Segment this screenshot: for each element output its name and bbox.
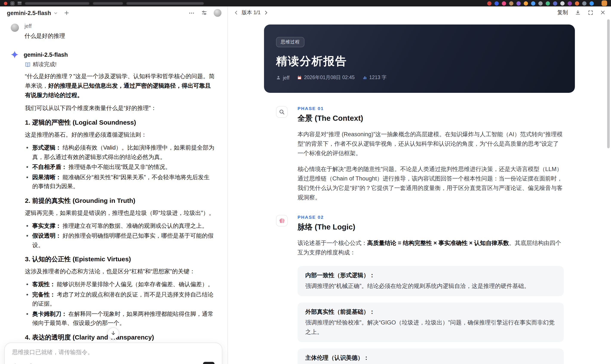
assistant-sections: 1. 逻辑的严密性 (Logical Soundness)这是推理的基石。好的推… — [25, 119, 214, 364]
bullet-item: 不自相矛盾：推理链条中不能出现“既是又非”的情况。 — [25, 162, 214, 172]
card-label: 内部一致性（形式逻辑）： — [305, 271, 556, 280]
extension-icon[interactable] — [546, 1, 550, 5]
assistant-name: gemini-2.5-flash — [24, 51, 68, 58]
more-options-icon[interactable] — [188, 10, 195, 16]
user-message: jeff 什么是好的推理 — [11, 23, 214, 40]
model-switcher[interactable]: gemini-2.5-flash — [7, 10, 58, 16]
close-icon[interactable] — [600, 10, 605, 15]
word-count-meta: 1213 字 — [362, 74, 387, 81]
word-count: 1213 字 — [369, 74, 387, 81]
tools-icon[interactable] — [28, 363, 34, 364]
scrollbar-thumb[interactable] — [607, 19, 610, 148]
bullet-item: 事实支撑：推理建立在可靠的数据、准确的观测或公认的真理之上。 — [25, 221, 214, 230]
section-paragraph: 该论述基于一个核心公式：高质量结论 = 结构完整性 × 事实准确性 × 认知自律… — [298, 238, 564, 257]
report-sections: PHASE 01全景 (The Context)本内容是对“推理 (Reason… — [264, 106, 575, 364]
chat-section-heading: 1. 逻辑的严密性 (Logical Soundness) — [25, 119, 214, 127]
chat-section-heading: 4. 表达的透明度 (Clarity and Transparency) — [25, 333, 214, 341]
chat-message-list[interactable]: jeff 什么是好的推理 — [0, 19, 227, 364]
status-line: 精读完成! — [25, 61, 214, 68]
message-input[interactable]: 思维接口已就绪，请传输指令。 — [12, 349, 214, 356]
chevron-left-icon[interactable] — [234, 10, 239, 15]
bullet-item: 客观性：能够识别并尽量排除个人偏见（如幸存者偏差、确认偏差）。 — [25, 280, 214, 289]
date-meta: 2026年01月08日 02:45 — [297, 74, 355, 81]
bullet-item: 因果清晰：能准确区分“相关性”和“因果关系”，不会轻率地将先后发生的事情归为因果… — [25, 172, 214, 191]
hero-badge: 思维过程 — [276, 37, 305, 47]
bullet-label: 假设透明： — [32, 233, 61, 239]
person-icon — [276, 75, 281, 80]
user-message-text: 什么是好的推理 — [25, 31, 65, 40]
phase-label: PHASE 02 — [298, 214, 575, 220]
extension-icon[interactable] — [568, 1, 572, 5]
formula-prefix: 该论述基于一个核心公式： — [298, 240, 367, 246]
bullet-text: 推理链条中不能出现“既是又非”的情况。 — [68, 164, 171, 170]
extension-icon[interactable] — [531, 1, 535, 5]
report-document[interactable]: 思维过程 精读分析报告 jeff 2 — [228, 18, 611, 364]
grid-icon[interactable] — [11, 1, 14, 5]
extension-icon[interactable] — [589, 1, 594, 5]
chat-section-heading: 3. 认知的公正性 (Epistemic Virtues) — [25, 255, 214, 263]
copy-button[interactable]: 复制 — [557, 9, 568, 16]
artifact-toolbar: 版本 1/1 复制 — [228, 6, 611, 18]
bullet-list: 形式逻辑：结构必须有效（Valid）。比如演绎推理中，如果前提全部为真，那么通过… — [25, 143, 214, 191]
tune-settings-icon[interactable] — [201, 10, 207, 16]
record-dot-icon — [4, 1, 7, 5]
menu-icon[interactable] — [18, 2, 22, 5]
status-text: 精读完成! — [33, 61, 56, 68]
bullet-label: 完备性： — [32, 291, 55, 298]
scroll-to-bottom-button[interactable] — [107, 327, 119, 339]
expand-fullscreen-icon[interactable] — [588, 10, 593, 15]
screen: gemini-2.5-flash — [0, 0, 611, 364]
bar-chart-icon — [362, 75, 367, 80]
extension-icon[interactable] — [516, 1, 521, 5]
dimension-intro: 我们可以从以下四个维度来衡量什么是“好的推理”： — [25, 104, 214, 113]
bullet-label: 奥卡姆剃刀： — [32, 311, 67, 317]
report-section: PHASE 01全景 (The Context)本内容是对“推理 (Reason… — [264, 106, 575, 202]
extension-icon[interactable] — [553, 1, 557, 5]
section-paragraph: 核心情境在于解决“思考的随意性”问题。不论是人类通过批判性思维进行决策，还是大语… — [298, 165, 564, 202]
download-icon[interactable] — [575, 10, 581, 15]
extension-icon[interactable] — [509, 1, 513, 5]
new-chat-button[interactable] — [64, 10, 70, 16]
chat-section-lead: 这是推理的基石。好的推理必须遵循逻辑法则： — [25, 130, 214, 140]
dimension-card: 外部真实性（前提基础）：强调推理的“经验校准”。解决“GIGO（垃圾进，垃圾出）… — [298, 302, 564, 342]
extension-icon-row — [484, 1, 594, 5]
chat-section-lead: 逻辑再完美，如果前提是错误的，推理也是垃圾（即“垃圾进，垃圾出”）。 — [25, 208, 214, 218]
browser-profile-avatar[interactable] — [601, 0, 607, 6]
assistant-intro: “什么是好的推理？”这是一个涉及逻辑学、认知科学和哲学核心的问题。简单来说，好的… — [25, 72, 214, 100]
report-date: 2026年01月08日 02:45 — [304, 74, 355, 81]
dimension-card: 内部一致性（形式逻辑）：强调推理的“机械正确”。结论必须在给定的规则系统内逻辑自… — [298, 266, 564, 296]
phase-label: PHASE 01 — [298, 106, 575, 111]
plus-icon[interactable] — [12, 363, 18, 364]
voice-input-button[interactable] — [203, 362, 214, 364]
report-meta: jeff 2026年01月08日 02:45 121 — [276, 74, 563, 81]
clipboard-icon[interactable] — [43, 363, 49, 364]
system-topbar — [0, 0, 611, 6]
bullet-label: 客观性： — [32, 281, 55, 287]
extension-icon[interactable] — [560, 1, 565, 5]
bullet-text: 推理建立在可靠的数据、准确的观测或公认的真理之上。 — [63, 222, 208, 229]
formula-bold: 高质量结论 = 结构完整性 × 事实准确性 × 认知自律系数 — [367, 240, 509, 246]
extension-icon[interactable] — [487, 1, 491, 5]
chevron-down-icon — [54, 11, 58, 15]
gemini-star-icon — [11, 51, 18, 58]
extension-icon[interactable] — [524, 1, 528, 5]
magnifier-icon — [276, 106, 288, 118]
extension-icon[interactable] — [502, 1, 506, 5]
extension-icon[interactable] — [575, 1, 579, 5]
blurred-tab-title — [25, 2, 89, 4]
bullet-text: 能够识别并尽量排除个人偏见（如幸存者偏差、确认偏差）。 — [57, 281, 213, 287]
bullet-item: 完备性：考虑了对立的观点和潜在的反证，而不是只选择支持自己结论的证据。 — [25, 290, 214, 308]
blurred-tab-title — [93, 2, 123, 4]
bullet-text: 考虑了对立的观点和潜在的反证，而不是只选择支持自己结论的证据。 — [32, 291, 213, 307]
extension-icon[interactable] — [582, 1, 586, 5]
report-title: 精读分析报告 — [276, 54, 563, 69]
calendar-icon — [297, 75, 302, 80]
bullet-label: 形式逻辑： — [32, 144, 61, 151]
extension-icon[interactable] — [494, 1, 499, 5]
blurred-address-text — [126, 2, 204, 4]
user-avatar[interactable] — [214, 9, 221, 17]
extension-icon[interactable] — [538, 1, 543, 5]
section-paragraph: 本内容是对“推理 (Reasoning)”这一抽象概念的高层建模。在知识爆炸与人… — [298, 130, 564, 158]
chevron-right-icon[interactable] — [264, 10, 268, 15]
composer: 思维接口已就绪，请传输指令。 — [4, 342, 222, 364]
